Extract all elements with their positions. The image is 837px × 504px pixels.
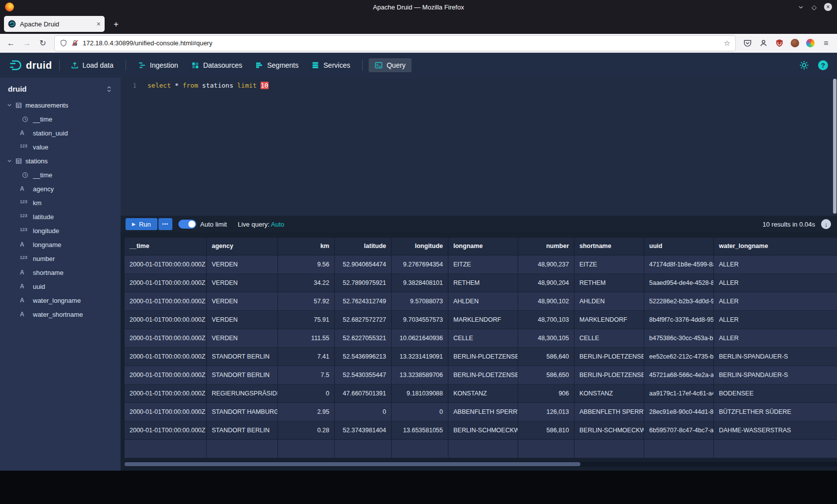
back-button[interactable]: ← — [4, 36, 18, 50]
table-cell[interactable]: 9.7034557573 — [392, 311, 448, 329]
bookmark-star-icon[interactable]: ☆ — [724, 39, 730, 48]
table-cell[interactable]: BERLIN-PLOETZENSEE C — [448, 348, 518, 366]
table-cell[interactable]: 2000-01-01T00:00:00.000Z — [125, 329, 207, 348]
table-cell[interactable]: ALLER — [714, 274, 837, 292]
schema-column-shortname[interactable]: Ashortname — [0, 265, 121, 279]
column-header-uuid[interactable]: uuid — [644, 238, 714, 255]
table-cell[interactable]: 52.6227055321 — [335, 329, 392, 348]
table-cell[interactable]: 2000-01-01T00:00:00.000Z — [125, 255, 207, 274]
run-more-button[interactable]: ••• — [158, 218, 172, 230]
table-cell[interactable] — [392, 440, 448, 458]
query-editor[interactable]: 1 select * from stations limit 10 — [121, 78, 837, 216]
table-cell[interactable] — [448, 440, 518, 458]
forward-button[interactable]: → — [20, 36, 34, 50]
tab-close-icon[interactable]: × — [97, 20, 101, 28]
table-cell[interactable] — [335, 440, 392, 458]
schema-column-agency[interactable]: Aagency — [0, 182, 121, 196]
table-cell[interactable]: 8b4f9f7c-3376-4dd8-95c — [644, 311, 714, 329]
browser-tab-apache-druid[interactable]: Apache Druid × — [4, 16, 105, 32]
query-text[interactable]: select * from stations limit 10 — [142, 78, 837, 216]
table-cell[interactable]: CELLE — [448, 329, 518, 348]
double-caret-vertical-icon[interactable] — [106, 86, 113, 93]
table-cell[interactable]: aa9179c1-17ef-4c61-a48 — [644, 384, 714, 403]
table-cell[interactable]: 0 — [278, 384, 335, 403]
table-cell[interactable] — [574, 440, 644, 458]
table-cell[interactable]: VERDEN — [207, 292, 278, 311]
table-cell[interactable]: BODENSEE — [714, 384, 837, 403]
window-close-icon[interactable]: × — [824, 3, 832, 11]
table-cell[interactable]: VERDEN — [207, 274, 278, 292]
table-cell[interactable]: 7.5 — [278, 366, 335, 384]
table-cell[interactable]: ABBENFLETH SPERRWEI — [448, 403, 518, 421]
table-cell[interactable]: 2000-01-01T00:00:00.000Z — [125, 348, 207, 366]
nav-datasources[interactable]: Datasources — [185, 58, 249, 72]
table-cell[interactable]: 6b595707-8c47-4bc7-a8 — [644, 421, 714, 440]
table-cell[interactable]: STANDORT BERLIN — [207, 366, 278, 384]
schema-column-value[interactable]: 123value — [0, 140, 121, 154]
table-cell[interactable]: STANDORT HAMBURG — [207, 403, 278, 421]
table-cell[interactable]: 586,810 — [518, 421, 574, 440]
table-cell[interactable]: BERLIN-PLOETZENSEE U — [574, 366, 644, 384]
schema-column-__time[interactable]: __time — [0, 168, 121, 182]
insecure-lock-icon[interactable] — [71, 39, 79, 47]
table-cell[interactable]: ABBENFLETH SPERRWEI — [574, 403, 644, 421]
table-cell[interactable]: 52.7890975921 — [335, 274, 392, 292]
table-cell[interactable]: ALLER — [714, 255, 837, 274]
table-cell[interactable]: b475386c-30cc-453a-b3 — [644, 329, 714, 348]
table-cell[interactable]: 48,300,105 — [518, 329, 574, 348]
column-header-number[interactable]: number — [518, 238, 574, 255]
table-cell[interactable]: 52.3743981404 — [335, 421, 392, 440]
table-cell[interactable]: 7.41 — [278, 348, 335, 366]
table-cell[interactable]: 586,640 — [518, 348, 574, 366]
pinwheel-extension-icon[interactable] — [806, 39, 815, 47]
column-header-km[interactable]: km — [278, 238, 335, 255]
editor-scrollbar[interactable] — [833, 79, 837, 214]
table-cell[interactable]: 522286e2-b2b3-4d0d-9a — [644, 292, 714, 311]
column-header-longname[interactable]: longname — [448, 238, 518, 255]
table-cell[interactable]: 906 — [518, 384, 574, 403]
table-cell[interactable]: BERLIN-SPANDAUER-S — [714, 366, 837, 384]
table-cell[interactable]: 52.9040654474 — [335, 255, 392, 274]
table-cell[interactable]: 126,013 — [518, 403, 574, 421]
ublock-extension-icon[interactable] — [772, 36, 786, 50]
table-cell[interactable]: 13.3231419091 — [392, 348, 448, 366]
table-cell[interactable]: EITZE — [448, 255, 518, 274]
table-cell[interactable]: 0.28 — [278, 421, 335, 440]
table-cell[interactable]: 45721a68-566c-4e2a-a6 — [644, 366, 714, 384]
schema-column-longname[interactable]: Alongname — [0, 238, 121, 252]
table-cell[interactable]: CELLE — [574, 329, 644, 348]
table-cell[interactable]: 2000-01-01T00:00:00.000Z — [125, 311, 207, 329]
table-cell[interactable]: BÜTZFLETHER SÜDERE — [714, 403, 837, 421]
pocket-icon[interactable] — [740, 36, 754, 50]
table-cell[interactable]: 47.6607501391 — [335, 384, 392, 403]
table-cell[interactable]: BERLIN-PLOETZENSEE U — [448, 366, 518, 384]
schema-column-water_shortname[interactable]: Awater_shortname — [0, 307, 121, 321]
table-cell[interactable]: MARKLENDORF — [574, 311, 644, 329]
table-cell[interactable]: KONSTANZ — [448, 384, 518, 403]
auto-limit-toggle[interactable] — [178, 220, 196, 229]
live-query-auto-link[interactable]: Auto — [271, 221, 284, 228]
table-cell[interactable] — [278, 440, 335, 458]
table-cell[interactable]: VERDEN — [207, 329, 278, 348]
tracking-shield-icon[interactable] — [60, 39, 67, 47]
column-header-water_longname[interactable]: water_longname — [714, 238, 837, 255]
window-maximize-icon[interactable]: ◇ — [812, 4, 817, 10]
table-cell[interactable]: 9.3828408101 — [392, 274, 448, 292]
table-cell[interactable]: 34.22 — [278, 274, 335, 292]
table-cell[interactable]: STANDORT BERLIN — [207, 348, 278, 366]
table-cell[interactable]: 57.92 — [278, 292, 335, 311]
table-cell[interactable]: BERLIN-SPANDAUER-S — [714, 348, 837, 366]
column-header-__time[interactable]: __time — [125, 238, 207, 255]
column-header-shortname[interactable]: shortname — [574, 238, 644, 255]
nav-query[interactable]: Query — [369, 58, 412, 72]
table-cell[interactable]: 9.57088073 — [392, 292, 448, 311]
column-header-agency[interactable]: agency — [207, 238, 278, 255]
table-cell[interactable]: 2.95 — [278, 403, 335, 421]
table-cell[interactable]: 48,700,103 — [518, 311, 574, 329]
nav-segments[interactable]: Segments — [249, 58, 304, 72]
table-cell[interactable]: VERDEN — [207, 311, 278, 329]
table-cell[interactable]: ee52ce62-212c-4735-b4 — [644, 348, 714, 366]
table-cell[interactable] — [125, 440, 207, 458]
table-cell[interactable]: 52.5436996213 — [335, 348, 392, 366]
table-cell[interactable]: 0 — [392, 403, 448, 421]
